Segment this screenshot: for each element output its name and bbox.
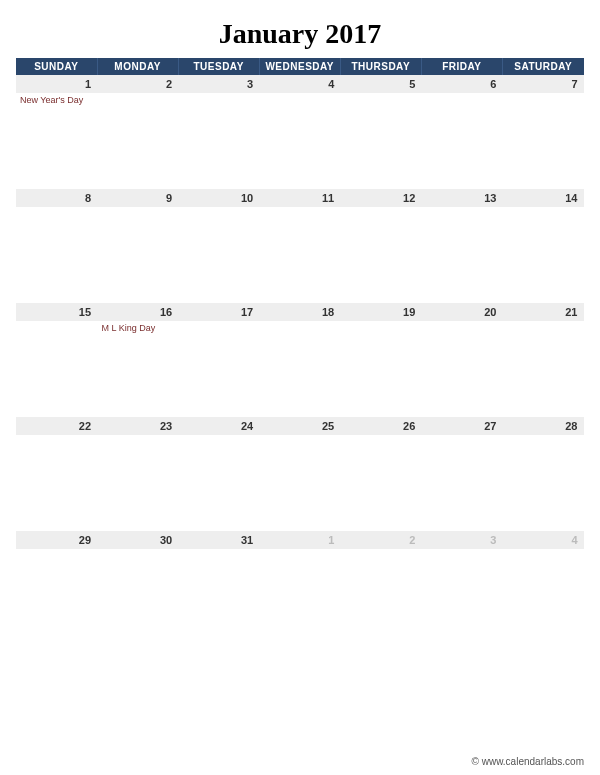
date-number: 28 — [502, 417, 583, 435]
date-number-other-month: 1 — [259, 531, 340, 549]
event-cell — [340, 435, 421, 531]
footer-credit: © www.calendarlabs.com — [472, 756, 584, 767]
event-row — [16, 435, 584, 531]
event-cell — [178, 549, 259, 645]
event-cell — [16, 435, 97, 531]
event-cell — [178, 321, 259, 417]
date-number: 7 — [502, 75, 583, 93]
date-number-other-month: 4 — [502, 531, 583, 549]
event-cell — [340, 93, 421, 189]
event-cell — [97, 93, 178, 189]
event-cell — [16, 549, 97, 645]
date-number-other-month: 2 — [340, 531, 421, 549]
event-row — [16, 549, 584, 645]
date-number: 30 — [97, 531, 178, 549]
event-cell — [97, 435, 178, 531]
event-row — [16, 207, 584, 303]
date-row: 15 16 17 18 19 20 21 — [16, 303, 584, 321]
day-header-row: SUNDAY MONDAY TUESDAY WEDNESDAY THURSDAY… — [16, 58, 584, 75]
date-row: 29 30 31 1 2 3 4 — [16, 531, 584, 549]
event-row: New Year's Day — [16, 93, 584, 189]
date-number: 13 — [421, 189, 502, 207]
date-number: 14 — [502, 189, 583, 207]
event-cell — [178, 435, 259, 531]
day-header: THURSDAY — [340, 58, 421, 75]
event-cell — [340, 549, 421, 645]
date-number: 9 — [97, 189, 178, 207]
date-number: 21 — [502, 303, 583, 321]
date-number: 8 — [16, 189, 97, 207]
event-cell — [259, 321, 340, 417]
event-cell — [421, 549, 502, 645]
date-number: 27 — [421, 417, 502, 435]
date-number: 23 — [97, 417, 178, 435]
date-number: 5 — [340, 75, 421, 93]
event-row: M L King Day — [16, 321, 584, 417]
event-cell — [502, 93, 583, 189]
calendar-title: January 2017 — [16, 18, 584, 50]
event-cell — [340, 321, 421, 417]
event-cell — [259, 207, 340, 303]
date-number: 2 — [97, 75, 178, 93]
event-cell — [421, 321, 502, 417]
date-number: 16 — [97, 303, 178, 321]
date-number: 24 — [178, 417, 259, 435]
date-row: 1 2 3 4 5 6 7 — [16, 75, 584, 93]
event-cell: New Year's Day — [16, 93, 97, 189]
date-number: 25 — [259, 417, 340, 435]
date-number-other-month: 3 — [421, 531, 502, 549]
event-cell — [421, 435, 502, 531]
event-cell — [502, 321, 583, 417]
event-cell — [421, 207, 502, 303]
date-number: 26 — [340, 417, 421, 435]
day-header: MONDAY — [97, 58, 178, 75]
date-row: 22 23 24 25 26 27 28 — [16, 417, 584, 435]
event-cell — [259, 93, 340, 189]
event-cell — [178, 207, 259, 303]
date-number: 12 — [340, 189, 421, 207]
event-cell — [259, 435, 340, 531]
event-cell — [502, 549, 583, 645]
day-header: SATURDAY — [502, 58, 583, 75]
date-number: 4 — [259, 75, 340, 93]
date-number: 6 — [421, 75, 502, 93]
date-number: 19 — [340, 303, 421, 321]
date-number: 20 — [421, 303, 502, 321]
event-cell — [16, 321, 97, 417]
calendar-grid: SUNDAY MONDAY TUESDAY WEDNESDAY THURSDAY… — [16, 58, 584, 645]
event-cell — [502, 207, 583, 303]
event-cell: M L King Day — [97, 321, 178, 417]
event-cell — [421, 93, 502, 189]
event-cell — [178, 93, 259, 189]
date-number: 17 — [178, 303, 259, 321]
date-number: 10 — [178, 189, 259, 207]
event-cell — [97, 549, 178, 645]
date-number: 18 — [259, 303, 340, 321]
date-row: 8 9 10 11 12 13 14 — [16, 189, 584, 207]
event-cell — [340, 207, 421, 303]
date-number: 15 — [16, 303, 97, 321]
event-cell — [259, 549, 340, 645]
event-cell — [16, 207, 97, 303]
date-number: 22 — [16, 417, 97, 435]
day-header: SUNDAY — [16, 58, 97, 75]
event-cell — [97, 207, 178, 303]
date-number: 31 — [178, 531, 259, 549]
day-header: TUESDAY — [178, 58, 259, 75]
day-header: FRIDAY — [421, 58, 502, 75]
date-number: 29 — [16, 531, 97, 549]
date-number: 1 — [16, 75, 97, 93]
day-header: WEDNESDAY — [259, 58, 340, 75]
date-number: 11 — [259, 189, 340, 207]
event-cell — [502, 435, 583, 531]
date-number: 3 — [178, 75, 259, 93]
